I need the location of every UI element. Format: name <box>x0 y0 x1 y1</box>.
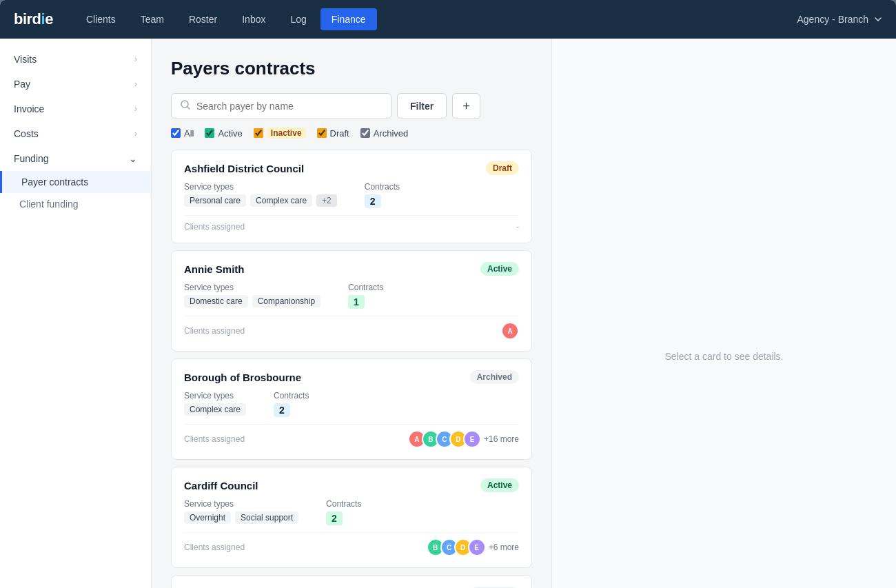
nav-roster[interactable]: Roster <box>178 8 228 30</box>
contracts-count: 2 <box>365 194 381 208</box>
nav-team[interactable]: Team <box>130 8 175 30</box>
nav-clients[interactable]: Clients <box>75 8 127 30</box>
clients-assigned-label: Clients assigned <box>184 222 245 232</box>
avatar-stack: A B C D E <box>408 430 481 448</box>
search-input[interactable] <box>196 94 383 119</box>
contracts-count: 2 <box>326 511 343 525</box>
service-types-label: Service types <box>184 391 246 401</box>
tag-complex-care: Complex care <box>184 403 246 416</box>
top-nav: birdie Clients Team Roster Inbox Log Fin… <box>0 0 896 39</box>
contracts-field: Contracts 2 <box>274 391 309 417</box>
search-filter-bar: Filter + <box>171 93 532 119</box>
nav-finance[interactable]: Finance <box>320 8 377 30</box>
main-content: Payers contracts Filter + All Acti <box>152 39 551 588</box>
contracts-field: Contracts 2 <box>326 499 361 525</box>
clients-assigned-label: Clients assigned <box>184 543 245 552</box>
card-footer: Clients assigned - <box>184 215 519 232</box>
agency-branch-label: Agency - Branch <box>797 14 869 25</box>
card-header: Cardiff Council Active <box>184 478 519 492</box>
sidebar-item-client-funding[interactable]: Client funding <box>0 193 151 215</box>
logo[interactable]: birdie <box>14 10 53 28</box>
card-body: Service types Complex care Contracts 2 <box>184 391 519 417</box>
filter-inactive[interactable]: Inactive <box>254 128 306 139</box>
service-types-tags: Domestic care Companionship <box>184 295 320 307</box>
filter-button[interactable]: Filter <box>397 93 447 119</box>
card-body: Service types Personal care Complex care… <box>184 182 519 208</box>
clients-avatars: A B C D E +16 more <box>408 430 519 448</box>
payer-card-brosbourne[interactable]: Borough of Brosbourne Archived Service t… <box>171 358 532 460</box>
payer-card-cardiff[interactable]: Cardiff Council Active Service types Ove… <box>171 467 532 568</box>
chevron-right-icon: › <box>134 129 137 139</box>
contracts-label: Contracts <box>326 499 361 509</box>
sidebar-item-costs[interactable]: Costs › <box>0 121 151 146</box>
contracts-count: 2 <box>274 403 290 417</box>
sidebar-item-funding[interactable]: Funding ⌄ <box>0 146 151 171</box>
filter-all[interactable]: All <box>171 128 194 139</box>
tag-more: +2 <box>316 194 337 207</box>
contracts-field: Contracts 2 <box>365 182 400 208</box>
card-name: Cardiff Council <box>184 480 258 491</box>
status-badge: Active <box>480 262 519 276</box>
payer-card-ashfield[interactable]: Ashfield District Council Draft Service … <box>171 150 532 243</box>
service-types-field: Service types Domestic care Companionshi… <box>184 283 320 309</box>
clients-assigned-label: Clients assigned <box>184 434 245 444</box>
service-types-label: Service types <box>184 182 337 192</box>
nav-items: Clients Team Roster Inbox Log Finance <box>75 8 797 30</box>
service-types-field: Service types Overnight Social support <box>184 499 298 525</box>
status-badge: Archived <box>470 370 519 384</box>
avatar-stack: A <box>501 322 519 340</box>
avatar-stack: B C D E <box>427 538 486 556</box>
clients-assigned-label: Clients assigned <box>184 326 245 336</box>
clients-avatars: B C D E +6 more <box>427 538 519 556</box>
filter-draft[interactable]: Draft <box>317 128 349 139</box>
tag-companionship: Companionship <box>252 295 320 307</box>
clients-assigned-value: - <box>516 221 519 232</box>
status-badge: Active <box>480 478 519 492</box>
tag-overnight: Overnight <box>184 511 231 524</box>
nav-inbox[interactable]: Inbox <box>231 8 276 30</box>
sidebar-item-invoice[interactable]: Invoice › <box>0 97 151 121</box>
payer-card-annie[interactable]: Annie Smith Active Service types Domesti… <box>171 250 532 352</box>
card-footer: Clients assigned A <box>184 316 519 340</box>
add-button[interactable]: + <box>452 93 480 119</box>
right-panel: Select a card to see details. <box>551 39 896 588</box>
filter-archived[interactable]: Archived <box>360 128 409 139</box>
payer-card-north-london[interactable]: North London Council Archived Service ty… <box>171 575 532 588</box>
avatars-more-label: +16 more <box>484 434 519 444</box>
service-types-field: Service types Complex care <box>184 391 246 417</box>
service-types-field: Service types Personal care Complex care… <box>184 182 337 208</box>
search-input-wrap[interactable] <box>171 93 391 119</box>
card-name: Borough of Brosbourne <box>184 372 301 383</box>
avatar: E <box>468 538 486 556</box>
sidebar-item-payer-contracts[interactable]: Payer contracts <box>0 171 151 193</box>
agency-branch-selector[interactable]: Agency - Branch <box>797 14 883 25</box>
sidebar-item-pay[interactable]: Pay › <box>0 72 151 97</box>
tag-complex-care: Complex care <box>250 194 312 207</box>
contracts-label: Contracts <box>348 283 383 292</box>
page-title: Payers contracts <box>171 58 532 79</box>
card-name: Annie Smith <box>184 263 245 275</box>
filters-row: All Active Inactive Draft Archived <box>171 128 532 139</box>
nav-log[interactable]: Log <box>279 8 317 30</box>
service-types-label: Service types <box>184 499 298 509</box>
card-body: Service types Domestic care Companionshi… <box>184 283 519 309</box>
filter-active[interactable]: Active <box>205 128 242 139</box>
avatar: A <box>501 322 519 340</box>
service-types-label: Service types <box>184 283 320 292</box>
avatar: E <box>463 430 481 448</box>
tag-social-support: Social support <box>235 511 298 524</box>
payer-cards-list: Ashfield District Council Draft Service … <box>171 150 532 588</box>
status-badge: Draft <box>486 161 519 175</box>
card-header: Ashfield District Council Draft <box>184 161 519 175</box>
logo-text: birdie <box>14 10 53 28</box>
contracts-label: Contracts <box>365 182 400 192</box>
chevron-right-icon: › <box>134 54 137 64</box>
card-name: Ashfield District Council <box>184 163 304 174</box>
sidebar-item-visits[interactable]: Visits › <box>0 47 151 72</box>
search-icon <box>180 99 191 113</box>
service-types-tags: Complex care <box>184 403 246 416</box>
right-panel-empty-text: Select a card to see details. <box>665 351 784 362</box>
card-body: Service types Overnight Social support C… <box>184 499 519 525</box>
tag-domestic-care: Domestic care <box>184 295 248 307</box>
service-types-tags: Overnight Social support <box>184 511 298 524</box>
